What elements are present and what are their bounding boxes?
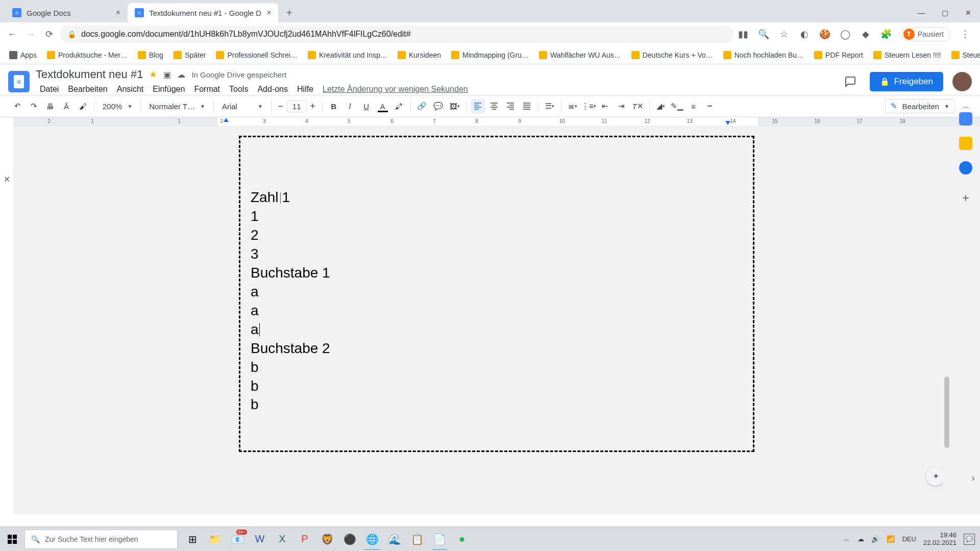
align-justify-button[interactable] [520,99,534,113]
cloud-saved-icon[interactable]: ☁ [177,70,185,80]
text-line[interactable]: a [250,320,744,339]
calendar-icon[interactable] [959,112,972,126]
bookmark-item[interactable]: Steuern Videos wic… [947,49,981,61]
language-indicator[interactable]: DEU [902,535,916,543]
keep-icon[interactable] [959,137,972,150]
add-addon-button[interactable]: + [962,191,969,205]
comments-button[interactable] [840,71,861,92]
explore-button[interactable]: ✦ [926,466,945,486]
align-right-button[interactable] [503,99,518,113]
paragraph-style-select[interactable]: Normaler T…▼ [145,102,209,111]
document-title[interactable]: Textdokument neu #1 [36,68,143,81]
bookmark-item[interactable]: Später [169,49,210,61]
insert-comment-button[interactable]: 💬 [431,99,446,113]
insert-link-button[interactable]: 🔗 [415,99,429,113]
border-color-button[interactable]: ✎▁ [670,99,684,113]
spotify-icon[interactable]: ● [451,529,473,550]
text-line[interactable]: 3 [250,245,744,264]
text-line[interactable]: b [250,358,744,377]
increase-indent-button[interactable]: ⇥ [615,99,629,113]
taskbar-search[interactable]: 🔍 Zur Suche Text hier eingeben [24,530,178,549]
page[interactable]: Zahl1 1 2 3 Buchstabe 1 a a a Buchstabe … [239,136,754,452]
close-tab-icon[interactable]: × [266,8,271,17]
bookmark-item[interactable]: PDF Report [810,49,867,61]
bookmark-item[interactable]: Produktsuche - Mer… [43,49,132,61]
font-select[interactable]: Arial▼ [218,102,267,111]
menu-view[interactable]: Ansicht [113,83,148,95]
url-input[interactable]: 🔒 docs.google.com/document/d/1hUH8k6h7Lb… [60,26,733,43]
bold-button[interactable]: B [327,99,341,113]
move-icon[interactable]: ▣ [163,70,171,80]
bulleted-list-button[interactable]: ⋮≡▾ [582,99,596,113]
print-button[interactable]: 🖶 [43,99,57,113]
align-left-button[interactable] [471,99,485,113]
start-button[interactable] [0,527,24,552]
bookmark-apps[interactable]: Apps [5,49,41,61]
reader-icon[interactable]: ◐ [799,29,810,40]
tray-chevron-icon[interactable]: ︿ [844,535,850,544]
menu-tools[interactable]: Tools [225,83,252,95]
last-change-link[interactable]: Letzte Änderung vor wenigen Sekunden [318,83,472,95]
camera-icon[interactable]: ▮▮ [738,29,749,40]
text-line[interactable]: 1 [250,207,744,226]
notepad-icon[interactable]: 📄 [429,529,450,550]
fill-color-button[interactable]: ◢▾ [654,99,668,113]
clear-formatting-button[interactable]: T✕ [631,99,645,113]
mail-icon[interactable]: 📧99+ [227,529,248,550]
highlight-button[interactable]: 🖍 [392,99,406,113]
browser-tab-1[interactable]: Textdokument neu #1 - Google D × [128,3,278,22]
insert-image-button[interactable]: 🖼▾ [448,99,462,113]
border-dash-button[interactable]: ┅ [703,99,717,113]
italic-button[interactable]: I [343,99,357,113]
new-tab-button[interactable]: + [281,5,297,20]
star-icon[interactable]: ★ [149,69,157,80]
indent-left-marker[interactable] [224,118,229,122]
paint-format-button[interactable]: 🖌 [76,99,90,113]
menu-file[interactable]: Datei [36,83,63,95]
text-line[interactable]: a [250,302,744,320]
file-explorer-icon[interactable]: 📁 [204,529,226,550]
kebab-menu-icon[interactable]: ⋮ [960,29,971,40]
account-avatar[interactable] [952,72,972,91]
text-line[interactable]: b [250,395,744,414]
obs-icon[interactable]: ⚫ [339,529,360,550]
close-window-button[interactable]: ✕ [957,3,980,22]
profile-paused-pill[interactable]: T Pausiert [901,27,950,41]
docs-logo-icon[interactable] [8,71,30,92]
text-line[interactable]: b [250,377,744,396]
menu-format[interactable]: Format [190,83,224,95]
font-size-increase[interactable]: + [308,101,318,112]
minimize-button[interactable]: — [910,3,933,22]
text-line[interactable]: Buchstabe 2 [250,339,744,358]
edge-icon[interactable]: 🌊 [384,529,405,550]
zoom-select[interactable]: 200%▼ [99,102,136,111]
zoom-icon[interactable]: 🔍 [758,29,769,40]
forward-button[interactable]: → [23,27,38,41]
extensions-icon[interactable]: 🧩 [880,29,892,40]
bookmark-item[interactable]: Professionell Schrei… [212,49,302,61]
bookmark-item[interactable]: Deutsche Kurs + Vo… [627,49,717,61]
border-width-button[interactable]: ≡ [687,99,701,113]
browser-tab-0[interactable]: Google Docs × [5,3,128,22]
menu-insert[interactable]: Einfügen [149,83,189,95]
font-size-decrease[interactable]: − [276,101,286,112]
text-line[interactable]: 2 [250,226,744,245]
document-canvas[interactable]: Zahl1 1 2 3 Buchstabe 1 a a a Buchstabe … [13,127,980,514]
chrome-icon[interactable]: 🌐 [361,529,383,550]
bookmark-item[interactable]: Kursideen [394,49,445,61]
word-icon[interactable]: W [249,529,271,550]
back-button[interactable]: ← [5,27,19,41]
menu-edit[interactable]: Bearbeiten [64,83,111,95]
extension2-icon[interactable]: ◯ [840,29,851,40]
line-spacing-button[interactable]: ☰▾ [543,99,557,113]
decrease-indent-button[interactable]: ⇤ [598,99,612,113]
align-center-button[interactable] [487,99,501,113]
excel-icon[interactable]: X [272,529,293,550]
text-line[interactable]: a [250,283,744,302]
text-line[interactable]: Buchstabe 1 [250,264,744,283]
undo-button[interactable]: ↶ [10,99,24,113]
network-icon[interactable]: 📶 [887,535,895,543]
powerpoint-icon[interactable]: P [294,529,315,550]
app-icon[interactable]: 🦁 [316,529,338,550]
underline-button[interactable]: U [359,99,374,113]
